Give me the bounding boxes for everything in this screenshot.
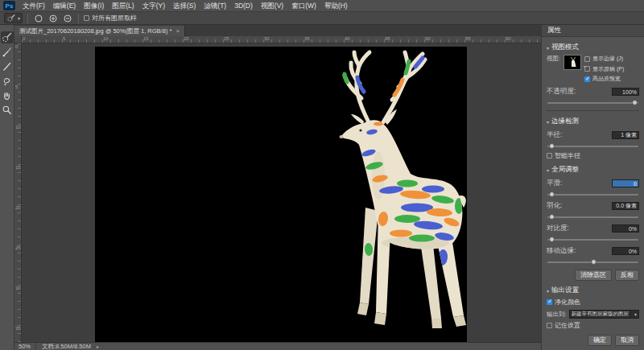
quick-selection-icon <box>2 32 12 43</box>
lasso-icon <box>2 76 12 86</box>
radius-value[interactable]: 1 像素 <box>612 131 639 139</box>
contrast-value[interactable]: 0% <box>612 224 639 233</box>
ruler-tick-label: 5 <box>63 36 65 41</box>
section-global-refinements[interactable]: ▾ 全局调整 <box>547 165 639 175</box>
smart-radius-checkbox[interactable]: 智能半径 <box>547 151 639 160</box>
ok-button[interactable]: 确定 <box>588 335 612 346</box>
close-tab-icon[interactable]: × <box>175 28 180 35</box>
output-to-dropdown[interactable]: 新建带有图层蒙版的图层 ▾ <box>569 310 639 319</box>
tool-brush[interactable] <box>1 60 14 72</box>
collapse-icon: ▾ <box>547 45 549 51</box>
high-quality-preview-checkbox[interactable]: 高品质预览 <box>584 75 624 83</box>
opacity-slider-thumb[interactable] <box>632 100 638 105</box>
decontaminate-colors-checkbox[interactable]: 净化颜色 <box>547 298 639 307</box>
collapse-icon: ▾ <box>547 167 549 173</box>
view-mode-row: 视图: ▾ 显示边缘 (J) <box>547 55 639 83</box>
tool-refine-edge-brush[interactable] <box>1 46 14 58</box>
brush-icon <box>2 61 12 72</box>
ruler-tick-label: 35 <box>304 36 310 41</box>
feather-value[interactable]: 0.0 像素 <box>612 202 639 210</box>
clear-selection-button[interactable]: 清除选区 <box>575 270 612 281</box>
preset-dropdown-icon: ▾ <box>18 15 20 21</box>
contrast-slider[interactable] <box>547 236 638 242</box>
menu-filter[interactable]: 滤镜(T) <box>200 0 230 11</box>
ruler-tick-label: 15 <box>143 36 149 41</box>
menu-window[interactable]: 窗口(W) <box>287 0 320 11</box>
ruler-corner <box>14 36 22 43</box>
checkbox-box <box>84 15 89 21</box>
collapse-icon: ▾ <box>547 119 549 125</box>
tools-panel <box>0 25 14 350</box>
invert-button[interactable]: 反相 <box>615 270 639 281</box>
tool-quick-selection[interactable] <box>1 31 14 43</box>
smooth-slider[interactable] <box>547 191 638 197</box>
ruler-tick-label: 0 <box>15 44 18 49</box>
current-tool-preset[interactable]: ▾ <box>4 13 23 23</box>
section-edge-detection[interactable]: ▾ 边缘检测 <box>547 117 639 126</box>
hand-icon <box>2 90 12 101</box>
tool-hand[interactable] <box>1 89 14 101</box>
divider <box>547 110 639 111</box>
ruler-tick-label: 5 <box>15 84 18 89</box>
tool-lasso[interactable] <box>1 75 14 87</box>
horizontal-ruler: 0 5 10 15 20 25 30 35 40 45 50 55 60 <box>22 36 541 43</box>
show-original-checkbox[interactable]: 显示原稿 (P) <box>584 65 624 73</box>
section-output-settings[interactable]: ▾ 输出设置 <box>547 286 639 295</box>
sample-all-layers-checkbox[interactable]: 对所有图层取样 <box>84 14 137 23</box>
ruler-tick-label: 40 <box>345 36 350 41</box>
main-area: 测试图片_20170620180208.jpg @ 50%(图层 1, RGB/… <box>0 25 644 350</box>
canvas-workspace[interactable] <box>22 43 541 342</box>
radius-slider[interactable] <box>547 142 638 149</box>
opacity-value[interactable]: 100% <box>612 88 639 96</box>
contrast-label: 对比度: <box>547 224 569 233</box>
add-to-selection-icon[interactable] <box>47 13 59 24</box>
view-label: 视图: <box>547 55 560 63</box>
status-flyout-icon[interactable]: ▸ <box>97 344 99 349</box>
menu-help[interactable]: 帮助(H) <box>320 0 352 11</box>
document-tab[interactable]: 测试图片_20170620180208.jpg @ 50%(图层 1, RGB/… <box>14 26 185 36</box>
menu-layer[interactable]: 图层(L) <box>108 0 138 11</box>
new-selection-icon[interactable] <box>33 13 44 24</box>
zoom-level[interactable]: 50% <box>19 343 36 350</box>
smooth-value[interactable]: 0 <box>612 179 639 187</box>
shift-edge-slider-thumb[interactable] <box>591 259 597 265</box>
menu-edit[interactable]: 编辑(E) <box>49 0 80 11</box>
ruler-tick-label: 20 <box>184 36 189 41</box>
separator <box>78 14 79 23</box>
menu-view[interactable]: 视图(V) <box>257 0 287 11</box>
panel-tab-properties[interactable]: 属性 <box>547 26 561 35</box>
section-view-mode[interactable]: ▾ 视图模式 <box>547 43 639 52</box>
shift-edge-label: 移动边缘: <box>547 246 576 256</box>
document-image[interactable] <box>95 47 467 342</box>
ruler-tick-label: 35 <box>15 326 21 331</box>
show-edge-checkbox[interactable]: 显示边缘 (J) <box>584 55 624 63</box>
opacity-slider[interactable] <box>547 99 638 105</box>
contrast-slider-thumb[interactable] <box>549 237 555 242</box>
smooth-label: 平滑: <box>547 179 562 188</box>
smooth-slider-thumb[interactable] <box>549 191 555 197</box>
remember-settings-checkbox[interactable]: 记住设置 <box>547 321 639 330</box>
menu-file[interactable]: 文件(F) <box>19 0 49 11</box>
radius-slider-thumb[interactable] <box>549 143 555 149</box>
feather-slider[interactable] <box>547 213 638 220</box>
menu-type[interactable]: 文字(Y) <box>138 0 169 11</box>
cancel-button[interactable]: 取消 <box>615 335 639 346</box>
ruler-row: 0 5 10 15 20 25 30 35 40 45 50 55 60 <box>14 36 541 43</box>
view-mode-thumbnail[interactable]: ▾ <box>564 55 581 70</box>
properties-panel: 属性 ▾ 视图模式 视图: ▾ <box>541 25 644 350</box>
menu-select[interactable]: 选择(S) <box>169 0 200 11</box>
shift-edge-slider[interactable] <box>547 258 638 265</box>
tool-zoom[interactable] <box>1 104 14 116</box>
menu-image[interactable]: 图像(I) <box>80 0 108 11</box>
zoom-icon <box>2 105 12 115</box>
shift-edge-value[interactable]: 0% <box>612 247 639 255</box>
tool-options-bar: ▾ 对所有图层取样 <box>0 12 644 25</box>
ruler-tick-label: 60 <box>506 36 511 41</box>
ruler-tick-label: 50 <box>425 36 431 41</box>
document-tab-title: 测试图片_20170620180208.jpg @ 50%(图层 1, RGB/… <box>19 27 171 35</box>
collapse-icon: ▾ <box>547 288 549 294</box>
subtract-from-selection-icon[interactable] <box>62 13 73 24</box>
ruler-tick-label: 10 <box>103 36 109 41</box>
menu-3d[interactable]: 3D(D) <box>230 0 257 11</box>
feather-slider-thumb[interactable] <box>549 214 555 220</box>
